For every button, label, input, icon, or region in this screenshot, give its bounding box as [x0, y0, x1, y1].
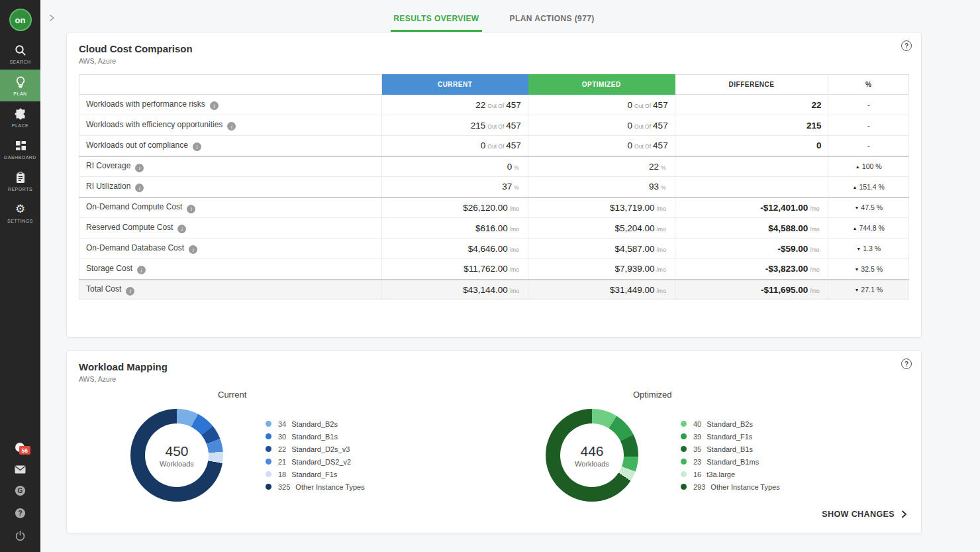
mail-icon[interactable] — [15, 465, 26, 474]
legend-value: 18 — [278, 470, 286, 478]
sidebar-item-search[interactable]: SEARCH — [0, 38, 40, 70]
value-cell: 215 — [675, 115, 828, 136]
sidebar-item-label: PLAN — [13, 91, 26, 96]
table-row: On-Demand Database Costi$4,646.00/mo$4,5… — [79, 239, 909, 259]
legend-dot — [681, 484, 687, 490]
legend-label: Other Instance Types — [710, 483, 779, 491]
info-icon[interactable]: i — [135, 184, 144, 192]
value-cell: 0Out Of457 — [528, 136, 675, 156]
table-row: RI Utilizationi37%93%▲151.4 % — [79, 177, 909, 197]
value-cell: $26,120.00/mo — [382, 197, 528, 218]
card-footer: SHOW CHANGES — [79, 506, 909, 523]
cell-unit: /mo — [656, 247, 665, 253]
row-label-cell: Workloads with performance risksi — [79, 95, 382, 115]
sidebar-item-label: SEARCH — [9, 60, 30, 64]
cell-value: $7,939.00 — [614, 264, 654, 274]
cell-value: -$12,401.00 — [760, 203, 808, 213]
community-icon[interactable]: G — [15, 485, 26, 496]
sidebar-item-label: PLACE — [12, 123, 28, 128]
legend-item: 22Standard_D2s_v3 — [266, 445, 365, 453]
sidebar-item-settings[interactable]: ⚙ SETTINGS — [0, 197, 40, 229]
sidebar-item-place[interactable]: PLACE — [0, 101, 40, 133]
cell-value: $43,144.00 — [463, 285, 508, 295]
table-row: Total Costi$43,144.00/mo$31,449.00/mo-$1… — [79, 280, 909, 300]
legend-item: 293Other Instance Types — [681, 483, 780, 491]
info-icon[interactable]: i — [193, 142, 201, 151]
info-icon[interactable]: i — [210, 101, 219, 110]
value-cell: -$11,695.00/mo — [675, 280, 828, 300]
cell-value: $4,646.00 — [468, 244, 508, 254]
sidebar-item-dashboard[interactable]: DASHBOARD — [0, 133, 40, 165]
cell-unit: % — [661, 184, 666, 191]
legend-value: 22 — [278, 445, 286, 453]
value-cell: 22% — [528, 156, 675, 177]
sidebar-item-label: SETTINGS — [7, 219, 33, 223]
cell-value: 0 — [628, 100, 633, 110]
card-subtitle: AWS, Azure — [79, 375, 909, 383]
info-icon[interactable]: i — [187, 205, 195, 213]
value-cell: 0Out Of457 — [528, 115, 675, 136]
info-icon[interactable]: i — [227, 122, 236, 131]
info-icon[interactable]: i — [135, 164, 144, 172]
show-changes-button[interactable]: SHOW CHANGES — [820, 506, 909, 523]
cell-value: $26,120.00 — [463, 203, 508, 213]
card-help-icon[interactable]: ? — [901, 359, 912, 369]
percent-cell: ▼27.1 % — [828, 280, 909, 300]
table-row: On-Demand Compute Costi$26,120.00/mo$13,… — [79, 197, 909, 218]
info-icon[interactable]: i — [177, 225, 186, 233]
legend-dot — [681, 421, 687, 427]
puzzle-icon — [14, 107, 27, 121]
table-row: Reserved Compute Costi$616.00/mo$5,204.0… — [79, 218, 909, 239]
legend-value: 21 — [278, 458, 286, 466]
cell-value: 0 — [628, 140, 633, 150]
row-label-cell: Workloads with efficiency opportunitiesi — [79, 115, 382, 136]
legend-value: 39 — [693, 433, 701, 441]
notifications-icon[interactable]: 56 — [15, 442, 26, 454]
row-label-cell: On-Demand Compute Costi — [79, 197, 382, 218]
info-icon[interactable]: i — [189, 245, 197, 254]
legend-label: Standard_F1s — [291, 470, 337, 478]
cloud-cost-comparison-card: Cloud Cost Comparison AWS, Azure ? CURRE… — [66, 32, 922, 338]
cell-value: $5,204.00 — [614, 223, 654, 233]
row-label-cell: Workloads out of compliancei — [79, 136, 382, 156]
cell-unit: /mo — [810, 266, 819, 273]
sidebar-item-reports[interactable]: REPORTS — [0, 165, 40, 197]
legend-label: Standard_B2s — [291, 420, 338, 428]
info-icon[interactable]: i — [137, 266, 146, 274]
info-icon[interactable]: i — [126, 287, 134, 296]
down-arrow-icon: ▼ — [854, 205, 859, 210]
chevron-right-icon — [900, 510, 908, 518]
legend-value: 16 — [693, 470, 701, 478]
power-icon[interactable] — [15, 530, 26, 541]
percent-value: - — [867, 142, 870, 150]
dashboard-grid-icon — [14, 139, 27, 152]
row-label-cell: Storage Costi — [79, 259, 382, 280]
sidebar-item-label: REPORTS — [8, 187, 32, 192]
legend-label: Standard_B1s — [291, 433, 338, 441]
legend-label: t3a.large — [707, 470, 735, 478]
cell-value: 37 — [502, 182, 512, 192]
legend-dot — [681, 446, 687, 452]
cell-value: 0 — [816, 140, 822, 150]
card-subtitle: AWS, Azure — [79, 57, 909, 65]
legend-item: 40Standard_B2s — [681, 420, 780, 428]
sidebar-item-plan[interactable]: PLAN — [0, 70, 40, 101]
chart-heading: Current — [218, 390, 494, 400]
help-icon[interactable]: ? — [15, 508, 26, 519]
tab-results-overview[interactable]: RESULTS OVERVIEW — [391, 14, 481, 32]
workload-mapping-body: Current 450 Workloads 34Standard_B2s30St… — [79, 388, 909, 506]
row-label-cell: RI Utilizationi — [79, 177, 382, 197]
app-logo[interactable]: on — [9, 9, 32, 31]
cell-value: 215 — [807, 121, 822, 131]
legend-label: Standard_B1s — [707, 445, 753, 453]
collapse-panel-chevron[interactable] — [47, 13, 56, 25]
legend-item: 35Standard_B1s — [681, 445, 780, 453]
card-help-icon[interactable]: ? — [901, 40, 912, 51]
row-label: RI Coverage — [86, 161, 130, 170]
value-cell: $616.00/mo — [382, 218, 528, 239]
value-cell: 37% — [382, 177, 528, 197]
legend-item: 325Other Instance Types — [266, 483, 365, 491]
value-cell: 0Out Of457 — [528, 95, 675, 115]
current-chart-legend: 34Standard_B2s30Standard_B1s22Standard_D… — [266, 420, 365, 491]
tab-plan-actions[interactable]: PLAN ACTIONS (977) — [507, 14, 597, 32]
